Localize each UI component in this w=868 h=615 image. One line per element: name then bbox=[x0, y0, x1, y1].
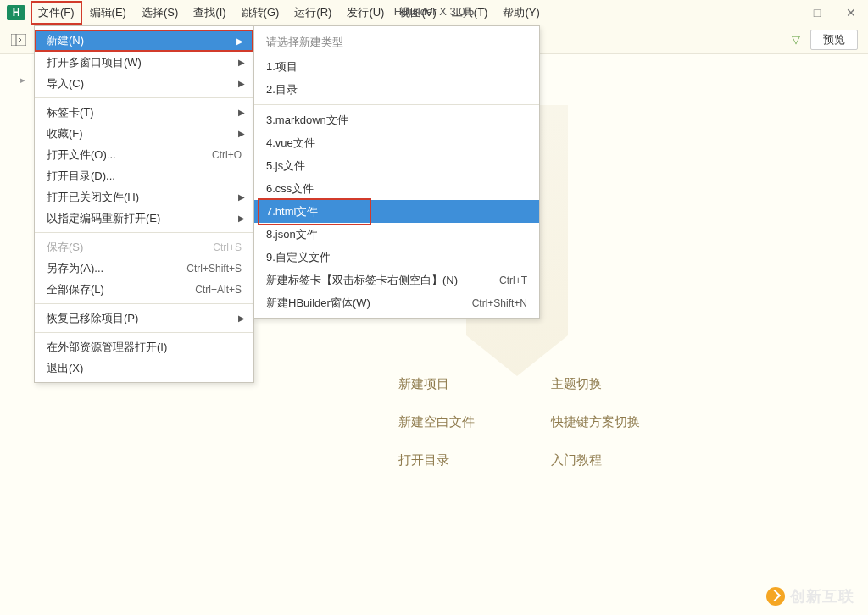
sidebar-expand-icon[interactable]: ▸ bbox=[20, 75, 25, 86]
menu-run[interactable]: 运行(R) bbox=[287, 1, 339, 25]
menu-item-label: 收藏(F) bbox=[47, 126, 242, 141]
menu-item-label: 以指定编码重新打开(E) bbox=[47, 211, 242, 226]
window-title: HBuilder X 3.0.5 bbox=[394, 5, 475, 18]
submenu-item-label: 2.目录 bbox=[266, 82, 527, 97]
menu-separator bbox=[254, 104, 539, 105]
menu-item-label: 保存(S) bbox=[47, 240, 213, 255]
welcome-links: 新建项目 主题切换 新建空白文件 快捷键方案切换 打开目录 入门教程 bbox=[398, 376, 678, 468]
new-submenu-item[interactable]: 7.html文件 bbox=[254, 200, 539, 223]
new-submenu-item[interactable]: 新建标签卡【双击标签卡右侧空白】(N)Ctrl+T bbox=[254, 269, 539, 291]
file-menu-item[interactable]: 恢复已移除项目(P)▶ bbox=[35, 308, 253, 329]
new-submenu-item[interactable]: 3.markdown文件 bbox=[254, 108, 539, 131]
menu-item-label: 打开文件(O)... bbox=[47, 147, 212, 163]
submenu-item-label: 新建HBuilder窗体(W) bbox=[266, 296, 472, 311]
menu-item-label: 恢复已移除项目(P) bbox=[47, 311, 242, 326]
submenu-item-label: 5.js文件 bbox=[266, 158, 527, 174]
window-controls: — □ ✕ bbox=[766, 0, 868, 25]
watermark: 创新互联 bbox=[766, 586, 854, 607]
menu-file[interactable]: 文件(F) bbox=[31, 1, 82, 25]
submenu-arrow-icon: ▶ bbox=[238, 58, 245, 67]
maximize-button[interactable]: □ bbox=[800, 0, 834, 25]
menu-item-shortcut: Ctrl+S bbox=[213, 241, 242, 253]
file-menu-item[interactable]: 标签卡(T)▶ bbox=[35, 102, 253, 123]
svg-rect-0 bbox=[11, 34, 26, 46]
menu-item-label: 另存为(A)... bbox=[47, 261, 186, 276]
file-menu-item[interactable]: 新建(N)▶ bbox=[35, 30, 253, 52]
menu-separator bbox=[35, 97, 253, 98]
link-new-project[interactable]: 新建项目 bbox=[398, 376, 526, 392]
menu-item-label: 导入(C) bbox=[47, 76, 242, 91]
new-submenu-item[interactable]: 9.自定义文件 bbox=[254, 246, 539, 269]
menu-help[interactable]: 帮助(Y) bbox=[495, 1, 547, 25]
file-menu-dropdown: 新建(N)▶打开多窗口项目(W)▶导入(C)▶标签卡(T)▶收藏(F)▶打开文件… bbox=[34, 25, 254, 383]
submenu-arrow-icon: ▶ bbox=[238, 313, 245, 323]
app-icon: H bbox=[7, 5, 25, 20]
file-menu-item: 保存(S)Ctrl+S bbox=[35, 236, 253, 258]
sidebar-toggle-icon[interactable] bbox=[8, 30, 29, 50]
menu-item-shortcut: Ctrl+O bbox=[212, 149, 242, 161]
file-menu-item[interactable]: 打开目录(D)... bbox=[35, 165, 253, 186]
menu-item-label: 全部保存(L) bbox=[47, 282, 195, 297]
new-submenu-item[interactable]: 6.css文件 bbox=[254, 177, 539, 200]
link-open-dir[interactable]: 打开目录 bbox=[398, 452, 526, 468]
menu-edit[interactable]: 编辑(E) bbox=[82, 1, 134, 25]
submenu-item-shortcut: Ctrl+T bbox=[499, 274, 527, 286]
watermark-logo-icon bbox=[766, 587, 785, 606]
file-menu-item[interactable]: 导入(C)▶ bbox=[35, 73, 253, 94]
new-submenu-item[interactable]: 1.项目 bbox=[254, 55, 539, 78]
menu-item-label: 打开目录(D)... bbox=[47, 169, 242, 184]
submenu-item-label: 7.html文件 bbox=[266, 204, 527, 219]
menu-find[interactable]: 查找(I) bbox=[186, 1, 233, 25]
submenu-arrow-icon: ▶ bbox=[236, 36, 243, 46]
filter-icon[interactable]: ▽ bbox=[792, 33, 800, 46]
menu-item-shortcut: Ctrl+Alt+S bbox=[195, 284, 242, 296]
titlebar: H 文件(F) 编辑(E) 选择(S) 查找(I) 跳转(G) 运行(R) 发行… bbox=[0, 0, 868, 25]
submenu-arrow-icon: ▶ bbox=[238, 108, 245, 117]
submenu-item-label: 8.json文件 bbox=[266, 227, 527, 242]
file-menu-item[interactable]: 以指定编码重新打开(E)▶ bbox=[35, 208, 253, 229]
link-tutorial[interactable]: 入门教程 bbox=[551, 452, 678, 468]
menu-item-label: 打开多窗口项目(W) bbox=[47, 55, 242, 70]
watermark-text: 创新互联 bbox=[790, 586, 854, 607]
file-menu-item[interactable]: 打开已关闭文件(H)▶ bbox=[35, 186, 253, 208]
submenu-arrow-icon: ▶ bbox=[238, 79, 245, 88]
file-menu-item[interactable]: 另存为(A)...Ctrl+Shift+S bbox=[35, 258, 253, 279]
file-menu-item[interactable]: 打开文件(O)...Ctrl+O bbox=[35, 144, 253, 165]
link-new-blank-file[interactable]: 新建空白文件 bbox=[398, 414, 526, 430]
submenu-item-label: 9.自定义文件 bbox=[266, 250, 527, 265]
menu-separator bbox=[35, 303, 253, 304]
submenu-item-label: 新建标签卡【双击标签卡右侧空白】(N) bbox=[266, 273, 499, 288]
menu-item-label: 退出(X) bbox=[47, 361, 242, 376]
menu-item-label: 在外部资源管理器打开(I) bbox=[47, 340, 242, 355]
link-shortcut-scheme[interactable]: 快捷键方案切换 bbox=[551, 414, 678, 430]
submenu-arrow-icon: ▶ bbox=[238, 213, 245, 223]
file-menu-item[interactable]: 在外部资源管理器打开(I) bbox=[35, 336, 253, 357]
menu-publish[interactable]: 发行(U) bbox=[339, 1, 392, 25]
close-button[interactable]: ✕ bbox=[834, 0, 868, 25]
link-theme-switch[interactable]: 主题切换 bbox=[551, 376, 678, 392]
new-submenu-item[interactable]: 新建HBuilder窗体(W)Ctrl+Shift+N bbox=[254, 291, 539, 314]
file-menu-item[interactable]: 收藏(F)▶ bbox=[35, 123, 253, 144]
preview-button[interactable]: 预览 bbox=[810, 30, 858, 50]
submenu-arrow-icon: ▶ bbox=[238, 129, 245, 138]
menu-separator bbox=[35, 232, 253, 233]
submenu-arrow-icon: ▶ bbox=[238, 192, 245, 202]
file-menu-item[interactable]: 打开多窗口项目(W)▶ bbox=[35, 52, 253, 73]
file-menu-item[interactable]: 退出(X) bbox=[35, 357, 253, 379]
menu-item-label: 新建(N) bbox=[47, 33, 242, 48]
minimize-button[interactable]: — bbox=[766, 0, 800, 25]
file-menu-item[interactable]: 全部保存(L)Ctrl+Alt+S bbox=[35, 279, 253, 300]
new-submenu: 请选择新建类型 1.项目2.目录3.markdown文件4.vue文件5.js文… bbox=[253, 25, 540, 319]
menu-separator bbox=[35, 332, 253, 333]
submenu-item-label: 3.markdown文件 bbox=[266, 113, 527, 128]
submenu-header: 请选择新建类型 bbox=[254, 30, 539, 55]
submenu-item-label: 4.vue文件 bbox=[266, 136, 527, 151]
new-submenu-item[interactable]: 8.json文件 bbox=[254, 223, 539, 246]
menu-item-shortcut: Ctrl+Shift+S bbox=[186, 263, 242, 274]
new-submenu-item[interactable]: 4.vue文件 bbox=[254, 131, 539, 154]
submenu-item-label: 6.css文件 bbox=[266, 181, 527, 197]
menu-select[interactable]: 选择(S) bbox=[134, 1, 186, 25]
new-submenu-item[interactable]: 2.目录 bbox=[254, 78, 539, 101]
new-submenu-item[interactable]: 5.js文件 bbox=[254, 154, 539, 177]
menu-goto[interactable]: 跳转(G) bbox=[234, 1, 287, 25]
